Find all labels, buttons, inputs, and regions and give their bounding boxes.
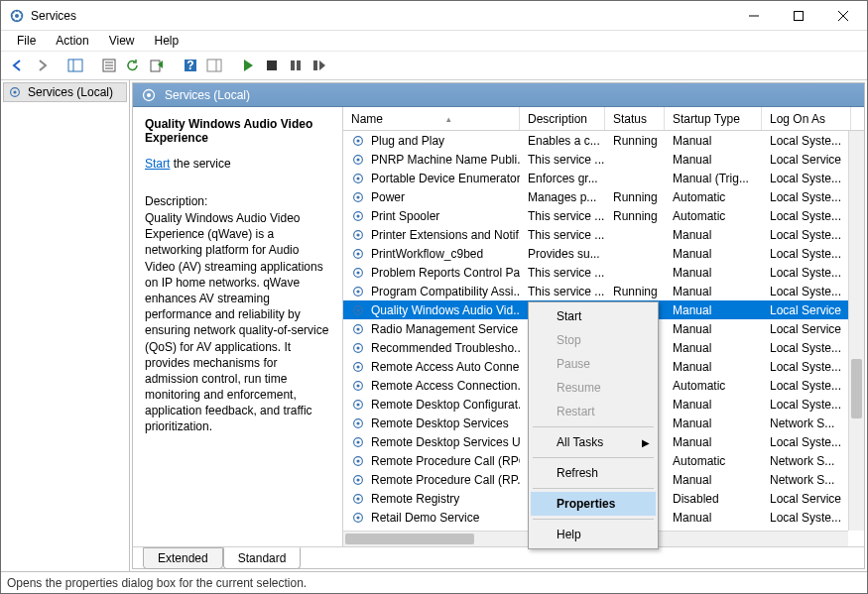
content-header-label: Services (Local): [165, 88, 250, 102]
service-row[interactable]: Printer Extensions and Notif...This serv…: [343, 225, 864, 244]
separator: [533, 519, 654, 520]
ctx-resume: Resume: [531, 376, 656, 400]
ctx-all-tasks[interactable]: All Tasks▶: [531, 430, 656, 454]
minimize-button[interactable]: [731, 1, 776, 30]
service-logon: Local Service: [762, 322, 851, 336]
scrollbar-thumb[interactable]: [345, 534, 474, 544]
menu-help[interactable]: Help: [147, 32, 187, 50]
service-name: Remote Registry: [371, 492, 459, 506]
start-service-link[interactable]: Start: [145, 157, 170, 171]
context-menu: Start Stop Pause Resume Restart All Task…: [528, 301, 659, 549]
service-name: PrintWorkflow_c9bed: [371, 247, 483, 261]
service-name: Remote Access Auto Conne...: [371, 360, 520, 374]
service-logon: Local Syste...: [762, 134, 851, 148]
service-desc: This service ...: [520, 228, 605, 242]
gear-icon: [351, 435, 365, 449]
menu-view[interactable]: View: [101, 32, 143, 50]
ctx-help[interactable]: Help: [531, 523, 656, 546]
gear-icon: [351, 416, 365, 430]
service-startup: Manual: [665, 511, 762, 525]
service-row[interactable]: PNRP Machine Name Publi...This service .…: [343, 150, 864, 169]
col-startup-type[interactable]: Startup Type: [665, 107, 762, 130]
separator: [533, 488, 654, 489]
svg-text:?: ?: [186, 59, 193, 72]
help-button[interactable]: ?: [180, 55, 201, 76]
list-header: Name▴ Description Status Startup Type Lo…: [343, 107, 864, 131]
service-name: Program Compatibility Assi...: [371, 285, 520, 298]
service-logon: Local Service: [762, 303, 851, 317]
service-name: Remote Desktop Services U...: [371, 435, 520, 449]
service-startup: Manual: [665, 153, 762, 167]
service-startup: Manual: [665, 303, 762, 317]
service-desc: This service ...: [520, 266, 605, 280]
svg-point-49: [356, 384, 359, 387]
svg-point-37: [356, 271, 359, 274]
gear-icon: [351, 247, 365, 261]
service-logon: Local Syste...: [762, 209, 851, 223]
service-status: Running: [605, 134, 665, 148]
content-pane: Services (Local) Quality Windows Audio V…: [132, 82, 865, 569]
service-row[interactable]: Program Compatibility Assi...This servic…: [343, 282, 864, 300]
ctx-refresh[interactable]: Refresh: [531, 461, 656, 485]
gear-icon: [351, 341, 365, 355]
pause-service-button[interactable]: [285, 55, 307, 76]
service-logon: Local Syste...: [762, 341, 851, 355]
maximize-button[interactable]: [776, 1, 820, 30]
tab-extended[interactable]: Extended: [143, 547, 223, 569]
services-window: Services File Action View Help ?: [0, 0, 868, 594]
col-description[interactable]: Description: [520, 107, 605, 130]
menu-file[interactable]: File: [9, 32, 44, 50]
col-name[interactable]: Name▴: [343, 107, 520, 130]
stop-service-button[interactable]: [261, 55, 283, 76]
ctx-properties[interactable]: Properties: [531, 492, 656, 516]
svg-point-47: [356, 365, 359, 368]
back-button[interactable]: [7, 55, 29, 76]
service-startup: Automatic: [665, 190, 762, 204]
action-pane-button[interactable]: [203, 55, 225, 76]
service-logon: Network S...: [762, 473, 851, 487]
forward-button[interactable]: [31, 55, 53, 76]
vertical-scrollbar[interactable]: [848, 131, 864, 531]
tab-standard[interactable]: Standard: [223, 547, 302, 569]
gear-icon: [351, 379, 365, 393]
service-logon: Local Syste...: [762, 228, 851, 242]
service-row[interactable]: Plug and PlayEnables a c...RunningManual…: [343, 131, 864, 150]
gear-icon: [351, 190, 365, 204]
status-bar: Opens the properties dialog box for the …: [1, 571, 867, 593]
close-button[interactable]: [820, 1, 865, 30]
service-startup: Manual: [665, 341, 762, 355]
service-logon: Local Syste...: [762, 266, 851, 280]
menu-action[interactable]: Action: [48, 32, 96, 50]
col-log-on-as[interactable]: Log On As: [762, 107, 851, 130]
service-row[interactable]: PrintWorkflow_c9bedProvides su...ManualL…: [343, 244, 864, 263]
service-name: Printer Extensions and Notif...: [371, 228, 520, 242]
ctx-start[interactable]: Start: [531, 304, 656, 328]
show-hide-tree-button[interactable]: [64, 55, 86, 76]
service-name: Power: [371, 190, 405, 204]
service-logon: Local Syste...: [762, 379, 851, 393]
export-button[interactable]: [146, 55, 168, 76]
separator: [533, 426, 654, 427]
gear-icon: [351, 172, 365, 185]
service-logon: Network S...: [762, 454, 851, 468]
service-startup: Manual: [665, 266, 762, 280]
service-startup: Manual: [665, 416, 762, 430]
status-text: Opens the properties dialog box for the …: [7, 576, 307, 590]
service-row[interactable]: Problem Reports Control Pa...This servic…: [343, 263, 864, 282]
refresh-button[interactable]: [122, 55, 144, 76]
svg-rect-2: [794, 11, 803, 20]
service-logon: Local Syste...: [762, 398, 851, 412]
service-row[interactable]: PowerManages p...RunningAutomaticLocal S…: [343, 187, 864, 206]
start-service-button[interactable]: [237, 55, 259, 76]
tree-root-services[interactable]: Services (Local): [3, 82, 127, 102]
properties-button[interactable]: [98, 55, 120, 76]
scrollbar-thumb[interactable]: [851, 359, 862, 418]
service-logon: Local Service: [762, 153, 851, 167]
col-status[interactable]: Status: [605, 107, 665, 130]
service-row[interactable]: Portable Device Enumerator...Enforces gr…: [343, 169, 864, 187]
service-row[interactable]: Print SpoolerThis service ...RunningAuto…: [343, 206, 864, 225]
service-logon: Local Syste...: [762, 190, 851, 204]
restart-service-button[interactable]: [309, 55, 330, 76]
content-header: Services (Local): [133, 83, 864, 107]
svg-rect-17: [313, 60, 317, 70]
